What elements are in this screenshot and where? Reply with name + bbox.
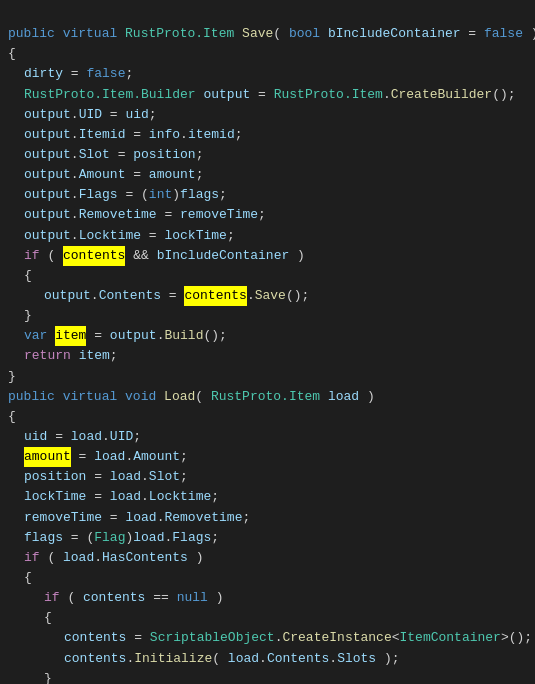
token-plain: } bbox=[24, 306, 32, 326]
token-plain: = bbox=[86, 326, 109, 346]
token-kw: public bbox=[8, 387, 55, 407]
token-prop: Removetime bbox=[164, 508, 242, 528]
token-plain: ; bbox=[211, 528, 219, 548]
code-line: { bbox=[0, 568, 535, 588]
token-plain: { bbox=[8, 407, 16, 427]
token-plain: ; bbox=[258, 205, 266, 225]
token-bool-val: false bbox=[86, 64, 125, 84]
token-plain bbox=[117, 387, 125, 407]
token-plain: ( bbox=[40, 548, 63, 568]
code-line: output.Locktime = lockTime; bbox=[0, 226, 535, 246]
code-line: } bbox=[0, 306, 535, 326]
token-plain: = bbox=[47, 427, 70, 447]
token-plain: ; bbox=[196, 165, 204, 185]
token-plain: . bbox=[180, 125, 188, 145]
token-param: bIncludeContainer bbox=[328, 24, 461, 44]
token-param: contents bbox=[63, 246, 125, 266]
token-param: dirty bbox=[24, 64, 63, 84]
token-prop: Flags bbox=[172, 528, 211, 548]
token-plain: ) bbox=[172, 185, 180, 205]
token-param: output bbox=[24, 226, 71, 246]
token-param: contents bbox=[83, 588, 145, 608]
token-plain: ; bbox=[180, 467, 188, 487]
token-plain: . bbox=[71, 165, 79, 185]
token-param: lockTime bbox=[24, 487, 86, 507]
token-param: position bbox=[133, 145, 195, 165]
token-param: uid bbox=[125, 105, 148, 125]
token-plain: = bbox=[110, 145, 133, 165]
token-plain: = bbox=[157, 205, 180, 225]
token-plain: ( bbox=[60, 588, 83, 608]
token-kw2: if bbox=[24, 548, 40, 568]
token-plain: (); bbox=[492, 85, 515, 105]
token-plain: . bbox=[383, 85, 391, 105]
token-plain: . bbox=[126, 649, 134, 669]
token-plain: (); bbox=[286, 286, 309, 306]
token-param: position bbox=[24, 467, 86, 487]
token-plain: ; bbox=[133, 427, 141, 447]
code-line: output.Flags = (int)flags; bbox=[0, 185, 535, 205]
token-param: output bbox=[110, 326, 157, 346]
token-plain: = bbox=[86, 487, 109, 507]
token-plain: { bbox=[8, 44, 16, 64]
token-plain: = bbox=[102, 508, 125, 528]
token-kw: public bbox=[8, 24, 55, 44]
token-plain: ) bbox=[188, 548, 204, 568]
token-plain: } bbox=[44, 669, 52, 684]
token-plain: && bbox=[125, 246, 156, 266]
token-prop: Amount bbox=[79, 165, 126, 185]
token-param: output bbox=[203, 85, 250, 105]
token-plain: . bbox=[102, 427, 110, 447]
token-plain: = ( bbox=[118, 185, 149, 205]
code-line: return item; bbox=[0, 346, 535, 366]
token-method: Initialize bbox=[134, 649, 212, 669]
token-kw2: if bbox=[44, 588, 60, 608]
token-plain: . bbox=[329, 649, 337, 669]
token-param: load bbox=[63, 548, 94, 568]
token-param: uid bbox=[24, 427, 47, 447]
token-bool-val: false bbox=[484, 24, 523, 44]
token-plain bbox=[320, 24, 328, 44]
token-prop: Contents bbox=[99, 286, 161, 306]
token-class-name: Flag bbox=[94, 528, 125, 548]
token-param: load bbox=[228, 649, 259, 669]
token-plain: . bbox=[91, 286, 99, 306]
token-param: output bbox=[24, 105, 71, 125]
code-line: } bbox=[0, 367, 535, 387]
code-line: lockTime = load.Locktime; bbox=[0, 487, 535, 507]
code-line: public virtual RustProto.Item Save( bool… bbox=[0, 24, 535, 44]
token-method: Build bbox=[164, 326, 203, 346]
token-kw2: if bbox=[24, 246, 40, 266]
token-plain: . bbox=[141, 467, 149, 487]
token-plain: . bbox=[71, 145, 79, 165]
token-plain: . bbox=[71, 185, 79, 205]
token-kw: int bbox=[149, 185, 172, 205]
token-class-name: ItemContainer bbox=[400, 628, 501, 648]
code-line: position = load.Slot; bbox=[0, 467, 535, 487]
token-prop: UID bbox=[79, 105, 102, 125]
token-prop: Flags bbox=[79, 185, 118, 205]
token-class-name: RustProto.Item.Builder bbox=[24, 85, 196, 105]
code-line: { bbox=[0, 608, 535, 628]
token-plain: = bbox=[71, 447, 94, 467]
token-plain: . bbox=[94, 548, 102, 568]
code-line: output.UID = uid; bbox=[0, 105, 535, 125]
token-plain: . bbox=[71, 205, 79, 225]
token-method: Save bbox=[242, 24, 273, 44]
token-plain: } bbox=[8, 367, 16, 387]
token-plain: ) bbox=[523, 24, 535, 44]
token-param: amount bbox=[149, 165, 196, 185]
token-plain: ; bbox=[235, 125, 243, 145]
token-plain: (); bbox=[203, 326, 226, 346]
token-plain: . bbox=[259, 649, 267, 669]
code-line: if ( contents && bIncludeContainer ) bbox=[0, 246, 535, 266]
token-param: load bbox=[133, 528, 164, 548]
code-line: output.Contents = contents.Save(); bbox=[0, 286, 535, 306]
token-plain: ) bbox=[359, 387, 375, 407]
token-plain: . bbox=[247, 286, 255, 306]
token-plain bbox=[55, 24, 63, 44]
code-line: removeTime = load.Removetime; bbox=[0, 508, 535, 528]
code-line: amount = load.Amount; bbox=[0, 447, 535, 467]
token-class-name: RustProto.Item bbox=[125, 24, 234, 44]
code-line: uid = load.UID; bbox=[0, 427, 535, 447]
